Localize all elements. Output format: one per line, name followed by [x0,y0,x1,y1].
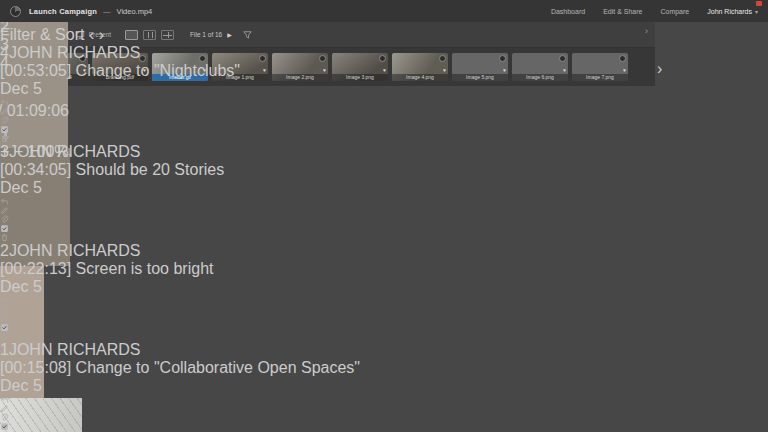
comment-timestamp[interactable]: [00:53:05] [0,62,71,79]
comments-panel: Comments Approvals Filter & Sort ‹ › 4JO… [0,0,360,432]
edit-pencil-icon[interactable] [0,206,9,215]
heart-icon: ♥ [443,68,446,73]
comment-actions [0,296,360,341]
comment-card[interactable]: 4JOHN RICHARDS [00:53:05] Change to "Nig… [0,44,360,143]
app-window: Launch Campaign — Video.mp4 Dashboard Ed… [0,0,768,432]
file-title: Video.mp4 [117,7,153,16]
heart-icon: ♥ [563,68,566,73]
comment-date: Dec 5 [0,377,360,395]
filmstrip-next-icon[interactable]: › [657,60,662,78]
comment-actions [0,98,360,143]
filmstrip-thumb[interactable]: ♥Image 7.png [572,53,628,81]
comment-body: [00:15:08] Change to "Collaborative Open… [0,359,360,377]
top-bar: Launch Campaign — Video.mp4 Dashboard Ed… [0,0,768,22]
comment-badge-icon [499,55,506,62]
resolve-checkbox-icon[interactable] [0,323,9,332]
nav-edit-share[interactable]: Edit & Share [603,8,642,15]
filmstrip-thumb[interactable]: ♥Image 6.png [512,53,568,81]
resolve-checkbox-icon[interactable] [0,422,9,431]
comment-card[interactable]: 2JOHN RICHARDS [00:22:13] Screen is too … [0,242,360,341]
comment-body: [00:53:05] Change to "Nightclubs" [0,62,360,80]
edit-pencil-icon[interactable] [0,305,9,314]
comment-author: JOHN RICHARDS [9,242,141,259]
trash-icon[interactable] [0,134,9,143]
comment-timestamp[interactable]: [00:34:05] [0,161,71,178]
app-logo-icon[interactable] [10,6,21,17]
comment-timestamp[interactable]: [00:22:13] [0,260,71,277]
comment-badge-icon [559,55,566,62]
comment-date: Dec 5 [0,179,360,197]
collapse-panel-icon[interactable]: › [645,26,648,36]
comment-author: JOHN RICHARDS [9,44,141,61]
comment-number-badge: 3 [0,143,9,160]
resolve-checkbox-icon[interactable] [0,125,9,134]
chevron-left-icon[interactable]: ‹ [89,26,94,43]
nav-compare[interactable]: Compare [660,8,689,15]
paperclip-icon[interactable] [0,413,9,422]
comment-list: 4JOHN RICHARDS [00:53:05] Change to "Nig… [0,44,360,432]
reply-icon[interactable] [0,197,9,206]
filter-nav: ‹ › [89,26,104,43]
comment-actions [0,197,360,242]
heart-icon: ♥ [623,68,626,73]
notification-dot [756,1,762,6]
thumb-label: Image 6.png [512,74,568,81]
comment-author: JOHN RICHARDS [9,341,141,358]
comment-number-badge: 1 [0,341,9,358]
comment-badge-icon [439,55,446,62]
reply-icon[interactable] [0,395,9,404]
heart-icon: ♥ [503,68,506,73]
comment-actions [0,395,360,432]
comment-badge-icon [619,55,626,62]
comment-body: [00:22:13] Screen is too bright [0,260,360,278]
comment-author: JOHN RICHARDS [9,143,141,160]
resolve-checkbox-icon[interactable] [0,224,9,233]
project-title: Launch Campaign [29,7,97,16]
filmstrip-thumb[interactable]: ♥Image 4.png [392,53,448,81]
user-menu[interactable]: John Richards ▾ [707,8,758,15]
comment-timestamp[interactable]: [00:15:08] [0,359,71,376]
paperclip-icon[interactable] [0,215,9,224]
trash-icon[interactable] [0,332,9,341]
comment-text: Change to "Collaborative Open Spaces" [71,359,360,376]
comment-text: Should be 20 Stories [71,161,224,178]
trash-icon[interactable] [0,233,9,242]
edit-pencil-icon[interactable] [0,107,9,116]
edit-pencil-icon[interactable] [0,404,9,413]
filter-sort-label[interactable]: Filter & Sort [0,26,84,43]
thumb-label: Image 5.png [452,74,508,81]
comment-date: Dec 5 [0,278,360,296]
reply-icon[interactable] [0,98,9,107]
chevron-down-icon: ▾ [755,8,758,15]
paperclip-icon[interactable] [0,314,9,323]
comment-number-badge: 2 [0,242,9,259]
comment-number-badge: 4 [0,44,9,61]
paperclip-icon[interactable] [0,116,9,125]
comment-date: Dec 5 [0,80,360,98]
nav-dashboard[interactable]: Dashboard [551,8,585,15]
top-nav: Dashboard Edit & Share Compare John Rich… [551,8,758,15]
comment-card[interactable]: 1JOHN RICHARDS [00:15:08] Change to "Col… [0,341,360,432]
reply-icon[interactable] [0,296,9,305]
user-name: John Richards [707,8,752,15]
comment-card[interactable]: 3JOHN RICHARDS [00:34:05] Should be 20 S… [0,143,360,242]
filmstrip-thumb[interactable]: ♥Image 5.png [452,53,508,81]
chevron-right-icon[interactable]: › [99,26,104,43]
title-separator: — [103,7,111,16]
comment-body: [00:34:05] Should be 20 Stories [0,161,360,179]
comment-text: Screen is too bright [71,260,213,277]
comment-text: Change to "Nightclubs" [71,62,240,79]
thumb-label: Image 7.png [572,74,628,81]
thumb-label: Image 4.png [392,74,448,81]
